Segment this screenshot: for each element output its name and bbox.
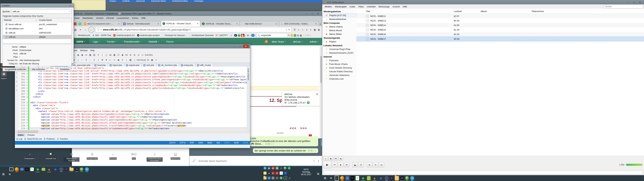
editor-tab[interactable]: Editor bbox=[16, 134, 26, 136]
addon-icon[interactable]: « bbox=[297, 28, 301, 32]
tab-close-icon[interactable]: ✕ bbox=[197, 22, 198, 25]
dropdown-icon[interactable]: ▾ bbox=[306, 34, 306, 36]
addon-s-icon[interactable]: S bbox=[234, 34, 237, 37]
advanced-control-button[interactable]: ● bbox=[324, 156, 328, 160]
tray-icon[interactable]: ✔ bbox=[288, 166, 291, 170]
toolbar-icon[interactable]: ▭ bbox=[141, 53, 144, 57]
dialog-titlebar[interactable]: Cookies × bbox=[0, 4, 74, 8]
close-button[interactable]: ✕ bbox=[243, 44, 249, 48]
tray-icon[interactable]: ◉ bbox=[268, 166, 270, 170]
message-input[interactable] bbox=[198, 160, 310, 162]
tab-close-icon[interactable]: ✕ bbox=[315, 22, 317, 25]
addon-icon[interactable]: ◉ bbox=[317, 28, 321, 32]
menu-item[interactable]: Bearbeiten bbox=[81, 17, 94, 19]
code-line[interactable]: 210⊟<div class="container-fluid"> bbox=[18, 101, 247, 104]
toolbar-icon[interactable]: body bbox=[141, 58, 146, 62]
taskbar-app-icon[interactable]: ⊘ bbox=[59, 168, 63, 171]
menu-item[interactable]: Ansicht bbox=[94, 17, 105, 19]
stop-button[interactable]: ■ bbox=[338, 162, 343, 167]
playback-speed[interactable]: 1.00x bbox=[619, 164, 624, 166]
remove-all-button[interactable]: Alle entfernen bbox=[30, 68, 47, 71]
hangouts-icon[interactable]: ❞ bbox=[238, 34, 240, 37]
playlist-search-input[interactable] bbox=[604, 5, 643, 8]
taskbar-app-icon[interactable] bbox=[340, 176, 344, 180]
site-nav-admin[interactable]: Admin˅ bbox=[306, 40, 322, 43]
toolbar-icon[interactable]: ← bbox=[80, 58, 84, 62]
search-go-icon[interactable]: → bbox=[284, 34, 286, 36]
toolbar-icon[interactable]: ▾ bbox=[112, 58, 116, 62]
taskbar-app-icon[interactable] bbox=[395, 176, 399, 180]
column-laufzeit[interactable]: Laufzeit bbox=[452, 10, 479, 12]
menu-item[interactable]: Datei bbox=[73, 17, 81, 19]
editor-area[interactable]: ✕⇕⠿¶#¶ 198⊟ <ul class="nav navbar hidden… bbox=[15, 66, 247, 130]
firefox-titlebar[interactable]: VDFB.de - Virtueller Deutscher Fußballbu… bbox=[72, 11, 322, 16]
cookie-list[interactable]: Website▴ Cookie-Name ◍forum.vdfb.de wsc3… bbox=[2, 18, 72, 44]
code-line[interactable]: 216⊟ <option value="http://www.vdfb.de/a… bbox=[18, 118, 247, 121]
start-button[interactable]: ⊞ bbox=[322, 176, 328, 181]
addon-icon[interactable]: ▣ bbox=[313, 28, 317, 32]
code-line[interactable]: 209 bbox=[18, 98, 247, 101]
code-line[interactable]: 214⊟ <option value="http://www.vdfb.de/a… bbox=[18, 112, 247, 116]
advanced-control-button[interactable]: ▦ bbox=[338, 156, 343, 160]
fold-icon[interactable]: ⊟ bbox=[26, 92, 28, 95]
playlist-row[interactable]: ▱NCIS - S08E15 41:19 bbox=[356, 28, 644, 32]
tray-icon[interactable]: C bbox=[276, 172, 278, 175]
code-line[interactable]: 215⊟ <option value="http://www.vdfb.de/a… bbox=[18, 116, 247, 118]
sidebar-item[interactable]: Standardgeräte bbox=[322, 36, 356, 40]
card-close-icon[interactable]: ✖ bbox=[316, 93, 318, 95]
toolbar-icon[interactable]: ▦ bbox=[112, 53, 116, 57]
toolbar-icon[interactable]: ▣ bbox=[150, 58, 154, 62]
maximize-button[interactable]: □ bbox=[310, 12, 315, 16]
sidebar-item[interactable]: ◌ Icecast Radio Directory bbox=[322, 70, 356, 73]
close-button[interactable]: × bbox=[68, 4, 72, 7]
menu-item[interactable]: Wiedergabe bbox=[334, 5, 348, 8]
tray-icon[interactable] bbox=[264, 176, 266, 180]
fold-icon[interactable]: ⊟ bbox=[26, 107, 28, 110]
column-album[interactable]: Album bbox=[479, 10, 530, 12]
toolbar-icon[interactable]: ≣ bbox=[129, 53, 132, 57]
task-view-button[interactable]: ⧉ bbox=[7, 172, 13, 177]
toolbar-icon[interactable]: ◉ bbox=[120, 53, 124, 57]
pager-next[interactable]: >>> bbox=[300, 126, 307, 130]
menu-item[interactable]: Ansicht bbox=[391, 5, 401, 8]
sidebar-item[interactable]: Lokales Netzwerk bbox=[322, 44, 356, 47]
fold-icon[interactable]: ⊟ bbox=[26, 121, 28, 124]
fullscreen-button[interactable]: ⬓ bbox=[352, 162, 358, 167]
fold-icon[interactable]: ⊟ bbox=[26, 90, 28, 92]
equalizer-button[interactable]: ☰ bbox=[358, 162, 364, 167]
column-cookie-name[interactable]: Cookie-Name bbox=[38, 19, 52, 21]
fold-icon[interactable]: ⊟ bbox=[26, 124, 28, 127]
edit-icon[interactable]: ✎ bbox=[288, 34, 290, 36]
fold-icon[interactable]: ⊟ bbox=[26, 118, 28, 121]
menu-item[interactable]: Extras bbox=[131, 17, 140, 19]
taskbar-app-icon[interactable]: ≡ bbox=[390, 176, 394, 180]
toolbar-icon[interactable]: ☑ bbox=[116, 53, 120, 57]
tray-icon[interactable]: ⇄ bbox=[268, 176, 270, 180]
mail-icon[interactable]: ✉ bbox=[307, 102, 310, 104]
fold-icon[interactable]: ⊟ bbox=[26, 72, 28, 75]
menu-item[interactable]: Hilfe bbox=[140, 17, 147, 19]
back-button[interactable]: ← bbox=[88, 27, 94, 33]
bookmark-item[interactable]: G+ Android projects G+ bbox=[112, 34, 136, 36]
bookmark-item[interactable]: LMG TFY LMGTFY bbox=[215, 34, 229, 37]
desktop-icon[interactable]: G Google Suite bbox=[84, 151, 100, 160]
panel-tab[interactable]: ◉ Log bbox=[16, 138, 22, 140]
remove-selected-button[interactable]: Ausgewählte entfernen bbox=[2, 68, 28, 71]
next-button[interactable]: ⏭ bbox=[344, 162, 349, 167]
bookmark-item[interactable]: A B4J - JSON Tree bbox=[91, 34, 112, 36]
loop-button[interactable]: ⟳ bbox=[373, 162, 378, 167]
playlist-row[interactable]: ▱NCIS - S08E16 41:20 bbox=[356, 32, 644, 36]
toolbar-icon[interactable]: ▦ bbox=[88, 53, 92, 57]
addon-icon[interactable]: ❋ bbox=[246, 34, 249, 37]
desktop-icon[interactable]: B4J B4J bbox=[126, 151, 142, 160]
addon-icon[interactable]: » bbox=[301, 28, 305, 32]
sidebar-item[interactable]: Mein Computer bbox=[322, 21, 356, 25]
playlist-row[interactable]: ▱NCIS - S08E14 41:55 bbox=[356, 23, 644, 28]
toolbar-icon[interactable]: ▢ bbox=[104, 53, 108, 57]
taskbar-app-icon[interactable]: ▲ bbox=[372, 176, 377, 180]
sidebar-item[interactable]: ⌗ Universal Plug'n'Play bbox=[322, 47, 356, 51]
fold-icon[interactable]: ⊟ bbox=[26, 110, 28, 112]
tray-icon[interactable]: ● bbox=[276, 176, 278, 180]
page-info-icon[interactable]: ⓘ bbox=[97, 28, 99, 31]
sidebar-item[interactable]: Internet bbox=[322, 55, 356, 58]
